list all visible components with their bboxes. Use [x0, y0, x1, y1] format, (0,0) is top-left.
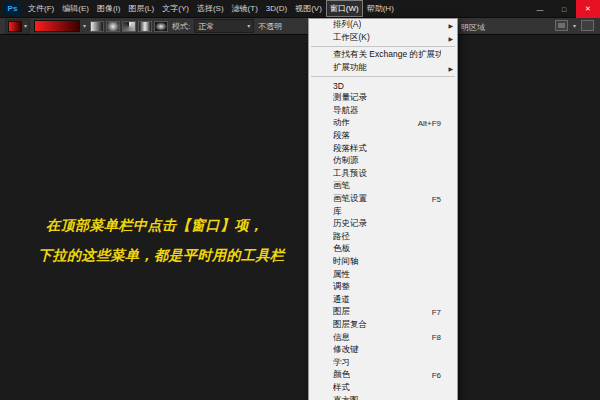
close-button[interactable]: ✕: [576, 0, 600, 18]
menu-item-label: 段落样式: [333, 143, 367, 155]
menu-item-label: 颜色: [333, 369, 350, 381]
menu-item-label: 信息: [333, 332, 350, 344]
window-menu-item[interactable]: 学习 ▶: [309, 356, 457, 369]
window-menu-item[interactable]: 信息 F8 ▶: [309, 331, 457, 344]
window-menu-dropdown: 排列(A) ▶ 工作区(K) ▶ ▶ 查找有关 Exchange 的扩展功能..…: [308, 18, 458, 400]
mode-label: 模式:: [172, 21, 190, 32]
menu-item-label: 图层: [333, 306, 350, 318]
window-menu-item[interactable]: 调整 ▶: [309, 281, 457, 294]
menu-item-label: 直方图: [333, 395, 359, 400]
menubar-item[interactable]: 文字(Y): [158, 0, 193, 17]
window-menu-item[interactable]: 图层复合 ▶: [309, 319, 457, 332]
menubar-item-label: 文字(Y): [162, 3, 189, 14]
menubar-item[interactable]: 3D(D): [262, 0, 291, 17]
menubar-item-label: 3D(D): [266, 4, 287, 13]
transparency-label: 明区域: [461, 22, 485, 33]
menubar-item[interactable]: 窗口(W): [326, 0, 363, 17]
menubar-item[interactable]: 滤镜(T): [228, 0, 262, 17]
reflected-gradient-icon[interactable]: [138, 21, 152, 32]
window-menu-item[interactable]: 历史记录 ▶: [309, 218, 457, 231]
window-menu-item[interactable]: 画笔设置 F5 ▶: [309, 193, 457, 206]
window-menu-item[interactable]: 色板 ▶: [309, 243, 457, 256]
menubar-item[interactable]: 选择(S): [193, 0, 228, 17]
window-menu-item[interactable]: 查找有关 Exchange 的扩展功能... ▶: [309, 49, 457, 62]
diamond-gradient-icon[interactable]: [154, 21, 168, 32]
menubar-item-label: 编辑(E): [62, 3, 89, 14]
menubar-item[interactable]: 图像(I): [93, 0, 125, 17]
minimize-button[interactable]: —: [528, 0, 552, 18]
window-menu-item[interactable]: 测量记录 ▶: [309, 92, 457, 105]
window-menu-item[interactable]: 时间轴 ▶: [309, 256, 457, 269]
menu-item-label: 排列(A): [333, 19, 361, 31]
menu-item-label: 扩展功能: [333, 62, 367, 74]
window-menu-item[interactable]: 排列(A) ▶: [309, 19, 457, 32]
radial-gradient-icon[interactable]: [106, 21, 120, 32]
gradient-tool-icon: [8, 21, 22, 32]
window-menu-item[interactable]: 修改键 ▶: [309, 344, 457, 357]
menu-item-label: 通道: [333, 294, 350, 306]
window-menu-item[interactable]: 动作 Alt+F9 ▶: [309, 117, 457, 130]
menu-item-label: 仿制源: [333, 155, 359, 167]
menu-item-shortcut: F5: [432, 195, 441, 204]
menu-item-shortcut: F7: [432, 308, 441, 317]
window-menu-item[interactable]: 画笔 ▶: [309, 180, 457, 193]
menubar: 文件(F) 编辑(E) 图像(I) 图层(L) 文字(Y): [24, 0, 528, 17]
window-menu-item[interactable]: 颜色 F6 ▶: [309, 369, 457, 382]
tool-preset-picker[interactable]: ▾: [5, 19, 30, 34]
annotation-text: 在顶部菜单栏中点击【窗口】项， 下拉的这些菜单，都是平时用的工具栏: [38, 210, 285, 270]
chevron-down-icon[interactable]: ▾: [573, 23, 576, 29]
menu-item-label: 修改键: [333, 344, 359, 356]
tool-options-bar: ▾ ▾ 模式: 正常 ▾ 不透明 明区域 ▾: [0, 18, 600, 35]
menu-item-label: 库: [333, 206, 342, 218]
window-menu-item[interactable]: 通道 ▶: [309, 293, 457, 306]
window-menu-item[interactable]: 路径 ▶: [309, 231, 457, 244]
menubar-item[interactable]: 帮助(H): [363, 0, 398, 17]
menubar-item-label: 图像(I): [97, 3, 121, 14]
menubar-item-label: 选择(S): [197, 3, 224, 14]
window-menu-item[interactable]: 扩展功能 ▶: [309, 62, 457, 75]
menu-item-label: 导航器: [333, 105, 359, 117]
menu-item-label: 样式: [333, 382, 350, 394]
menu-item-shortcut: Alt+F9: [418, 119, 441, 128]
menu-item-shortcut: F6: [432, 371, 441, 380]
menu-item-label: 学习: [333, 357, 350, 369]
photoshop-logo-icon: Ps: [4, 2, 21, 15]
menu-item-label: 测量记录: [333, 92, 367, 104]
menu-item-label: 色板: [333, 243, 350, 255]
window-menu-item[interactable]: 库 ▶: [309, 205, 457, 218]
angle-gradient-icon[interactable]: [122, 21, 136, 32]
menu-item-label: 查找有关 Exchange 的扩展功能...: [333, 49, 441, 61]
window-menu-item[interactable]: 仿制源 ▶: [309, 155, 457, 168]
window-menu-item[interactable]: 段落样式 ▶: [309, 142, 457, 155]
gradient-type-buttons: [90, 21, 168, 32]
workspace-panel-icon[interactable]: [581, 20, 594, 31]
mode-select[interactable]: 正常 ▾: [194, 19, 254, 33]
window-menu-item[interactable]: 图层 F7 ▶: [309, 306, 457, 319]
brush-panel-icon[interactable]: [555, 20, 568, 31]
window-menu-item[interactable]: 样式 ▶: [309, 382, 457, 395]
window-menu-item[interactable]: 3D ▶: [309, 79, 457, 92]
canvas-area[interactable]: 在顶部菜单栏中点击【窗口】项， 下拉的这些菜单，都是平时用的工具栏: [0, 35, 600, 400]
linear-gradient-icon[interactable]: [90, 21, 104, 32]
submenu-arrow-icon: ▶: [448, 35, 453, 42]
menubar-item[interactable]: 编辑(E): [58, 0, 93, 17]
menubar-item[interactable]: 视图(V): [291, 0, 326, 17]
maximize-button[interactable]: □: [552, 0, 576, 18]
window-menu-item[interactable]: 工具预设 ▶: [309, 168, 457, 181]
window-controls: — □ ✕: [528, 0, 600, 17]
menubar-item-label: 帮助(H): [367, 3, 394, 14]
menubar-item-label: 图层(L): [128, 3, 154, 14]
menubar-item[interactable]: 文件(F): [24, 0, 58, 17]
menubar-item[interactable]: 图层(L): [124, 0, 158, 17]
window-menu-item[interactable]: 属性 ▶: [309, 268, 457, 281]
window-menu-item[interactable]: 直方图 ▶: [309, 394, 457, 400]
window-menu-item[interactable]: 工作区(K) ▶: [309, 32, 457, 45]
window-menu-item[interactable]: 导航器 ▶: [309, 105, 457, 118]
mode-value: 正常: [198, 21, 214, 32]
window-menu-item[interactable]: 段落 ▶: [309, 130, 457, 143]
menubar-item-label: 视图(V): [295, 3, 322, 14]
menu-item-label: 历史记录: [333, 218, 367, 230]
chevron-down-icon: ▾: [24, 23, 27, 29]
menu-item-label: 路径: [333, 231, 350, 243]
gradient-picker[interactable]: ▾: [34, 20, 86, 32]
